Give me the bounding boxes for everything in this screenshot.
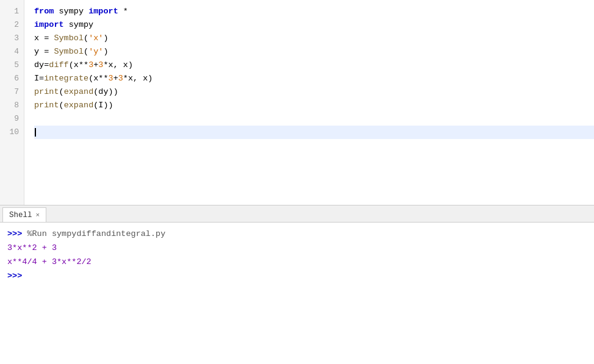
line-number: 10 <box>0 126 24 139</box>
code-token: 'x' <box>88 32 103 45</box>
code-line[interactable]: y = Symbol('y') <box>34 45 594 59</box>
code-token: *x, x) <box>103 59 133 72</box>
shell-output: 3*x**2 + 3 <box>7 243 57 252</box>
code-token: sympy <box>54 5 88 18</box>
code-token: diff <box>49 59 68 72</box>
code-token: (dy)) <box>93 85 118 99</box>
code-token: sympy <box>64 18 94 32</box>
code-token: expand <box>64 85 94 99</box>
code-token: *x, x) <box>123 72 153 85</box>
code-token: + <box>113 72 118 85</box>
code-token: 3 <box>109 72 113 85</box>
code-line[interactable]: print(expand(dy)) <box>34 85 594 99</box>
line-numbers: 12345678910 <box>0 0 24 205</box>
code-token: I= <box>34 72 44 85</box>
code-token: 'y' <box>88 45 103 59</box>
code-token: * <box>118 5 128 18</box>
line-number: 7 <box>0 85 24 99</box>
code-token: 3 <box>88 59 93 72</box>
shell-tab[interactable]: Shell × <box>2 207 46 222</box>
shell-prompt: >>> <box>7 229 27 238</box>
line-number: 6 <box>0 72 24 85</box>
code-token: ( <box>84 32 88 45</box>
code-content[interactable]: from sympy import *import sympyx = Symbo… <box>24 0 594 205</box>
code-token: 3 <box>118 72 123 85</box>
code-line[interactable]: I=integrate(x**3+3*x, x) <box>34 72 594 85</box>
shell-command: %Run sympydiffandintegral.py <box>27 229 165 238</box>
line-number: 3 <box>0 32 24 45</box>
line-number: 2 <box>0 18 24 32</box>
shell-tab-label: Shell <box>9 211 32 219</box>
code-line[interactable]: print(expand(I)) <box>34 99 594 112</box>
code-token: (x** <box>69 59 88 72</box>
code-line[interactable]: dy=diff(x**3+3*x, x) <box>34 59 594 72</box>
code-token: ) <box>103 45 108 59</box>
line-number: 1 <box>0 5 24 18</box>
line-number: 9 <box>0 112 24 126</box>
code-line[interactable]: from sympy import * <box>34 5 594 18</box>
code-line[interactable] <box>34 126 594 139</box>
code-token: ( <box>59 99 64 112</box>
code-token: (x** <box>88 72 108 85</box>
code-token: import <box>34 18 64 32</box>
code-line[interactable]: import sympy <box>34 18 594 32</box>
code-token: ( <box>84 45 88 59</box>
code-line[interactable] <box>34 112 594 126</box>
shell-line: x**4/4 + 3*x**2/2 <box>7 255 587 269</box>
shell-tab-bar: Shell × <box>0 205 594 223</box>
line-number: 5 <box>0 59 24 72</box>
code-container: 12345678910 from sympy import *import sy… <box>0 0 594 205</box>
editor-area[interactable]: 12345678910 from sympy import *import sy… <box>0 0 594 205</box>
line-number: 4 <box>0 45 24 59</box>
shell-line: >>> <box>7 269 587 284</box>
code-token: print <box>34 85 59 99</box>
code-token: + <box>93 59 98 72</box>
code-token: from <box>34 5 54 18</box>
code-token: dy= <box>34 59 49 72</box>
shell-line: >>> %Run sympydiffandintegral.py <box>7 227 587 241</box>
code-token: ( <box>59 85 64 99</box>
code-token: print <box>34 99 59 112</box>
code-line[interactable]: x = Symbol('x') <box>34 32 594 45</box>
line-number: 8 <box>0 99 24 112</box>
shell-tab-close[interactable]: × <box>36 212 40 219</box>
shell-area: Shell × >>> %Run sympydiffandintegral.py… <box>0 205 594 364</box>
shell-content[interactable]: >>> %Run sympydiffandintegral.py3*x**2 +… <box>0 223 594 364</box>
code-token: integrate <box>44 72 88 85</box>
shell-prompt: >>> <box>7 271 27 280</box>
text-cursor <box>35 128 36 137</box>
code-token: y = <box>34 45 54 59</box>
code-token: Symbol <box>54 32 84 45</box>
code-token: Symbol <box>54 45 84 59</box>
code-token: ) <box>103 32 108 45</box>
code-token: import <box>88 5 118 18</box>
code-token: x = <box>34 32 54 45</box>
shell-line: 3*x**2 + 3 <box>7 241 587 255</box>
shell-output: x**4/4 + 3*x**2/2 <box>7 257 91 266</box>
code-token: expand <box>64 99 94 112</box>
code-token: (I)) <box>93 99 113 112</box>
code-token: 3 <box>98 59 103 72</box>
